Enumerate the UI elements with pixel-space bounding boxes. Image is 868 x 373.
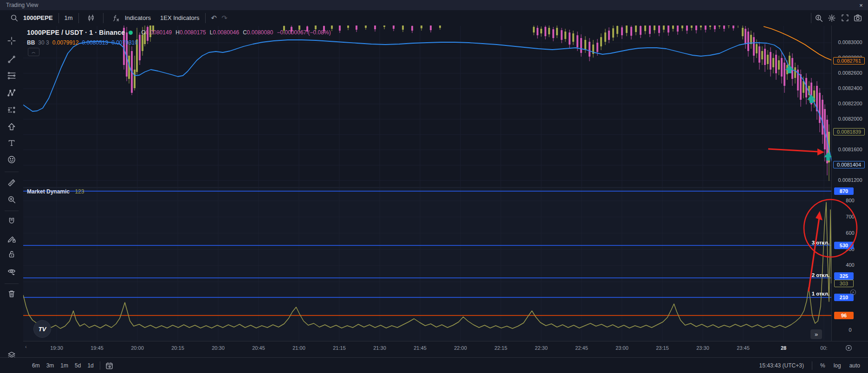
arrow-shape-icon[interactable]: [4, 120, 19, 134]
time-axis[interactable]: ‹ 19:3019:4520:0020:1520:3020:4521:0021:…: [23, 341, 868, 358]
time-axis-tick: 20:30: [212, 345, 225, 351]
settings-gear-icon[interactable]: [825, 12, 838, 24]
collapse-toolbar-icon[interactable]: ‹: [25, 344, 27, 349]
title-bar: Trading View ×: [0, 0, 868, 10]
zoom-in-icon[interactable]: [4, 193, 19, 206]
price-axis-label-chip: 96: [834, 312, 854, 319]
trash-icon[interactable]: [4, 287, 19, 301]
chart-plot-area[interactable]: [23, 26, 831, 341]
toolbar-group-divider: [5, 172, 19, 172]
tradingview-logo[interactable]: TV: [33, 320, 51, 338]
high-value: 0.0080175: [180, 29, 206, 36]
ex-indicators-label: 1EX Indicators: [160, 14, 200, 21]
range-button-5d[interactable]: 5d: [71, 361, 84, 370]
session-clock-icon[interactable]: [845, 345, 852, 352]
candlestick-style-icon: [84, 12, 97, 24]
clock-label[interactable]: 15:43:43 (UTC+3): [756, 361, 807, 370]
quick-search-icon[interactable]: [812, 12, 825, 24]
time-axis-tick: 23:00: [615, 345, 628, 351]
price-axis-tick: 0.0082400: [832, 85, 868, 91]
toolbar-group-divider: [5, 283, 19, 284]
bottom-bar: 6m3m1m5d1d 15:43:43 (UTC+3) % log auto: [0, 357, 868, 373]
close-value: 0.0080080: [247, 29, 273, 36]
draw-lock-icon[interactable]: [4, 232, 19, 246]
text-tool-icon[interactable]: [4, 136, 19, 150]
hide-eye-icon[interactable]: [4, 264, 19, 278]
time-axis-tick: 23:15: [656, 345, 669, 351]
time-axis-tick: 21:00: [292, 345, 305, 351]
indicators-button[interactable]: Indicators: [104, 12, 155, 24]
lower-pane-legend[interactable]: Market Dynamic 123: [27, 188, 84, 195]
price-axis-tick: 700: [832, 214, 868, 219]
toolbar-divider: [103, 13, 104, 23]
time-axis-tick: 19:30: [50, 345, 63, 351]
price-axis-label-chip: 870: [834, 187, 854, 195]
bottombar-right-group: 15:43:43 (UTC+3) % log auto: [756, 361, 863, 370]
fib-lines-icon[interactable]: [4, 69, 19, 83]
lock-icon[interactable]: [4, 247, 19, 261]
pattern-xabcd-icon[interactable]: [4, 86, 19, 100]
target-icon[interactable]: [849, 289, 857, 296]
main-toolbar: 1000PEPE 1m Indicators 1EX Indicators ↶ …: [0, 10, 868, 26]
time-axis-tick: 22:00: [454, 345, 467, 351]
close-icon[interactable]: ×: [857, 0, 865, 10]
indicators-label: Indicators: [125, 14, 151, 21]
legend-symbol[interactable]: 1000PEPE / USDT · 1 · Binance: [27, 29, 125, 36]
toolbar-divider: [78, 13, 79, 23]
forecast-icon[interactable]: [4, 103, 19, 117]
undo-icon: ↶: [211, 14, 217, 22]
time-axis-tick: 19:45: [91, 345, 104, 351]
bb-basis-value: 0.0079912: [52, 39, 79, 46]
price-axis-tick: 800: [832, 198, 868, 203]
price-axis-tick: 0.0082200: [832, 101, 868, 106]
time-axis-tick: 21:30: [373, 345, 386, 351]
redo-button[interactable]: ↷: [221, 12, 232, 24]
time-axis-tick: 23:45: [737, 345, 750, 351]
range-button-6m[interactable]: 6m: [29, 361, 43, 370]
open-value: 0.0080149: [146, 29, 172, 36]
change-value: −0.0000067 (−0.08%): [277, 29, 331, 36]
price-axis-label-chip: 530: [834, 242, 854, 249]
fullscreen-icon[interactable]: [838, 12, 851, 24]
search-icon: [7, 12, 20, 24]
emoji-icon[interactable]: [4, 153, 19, 167]
chart-legend: 1000PEPE / USDT · 1 · Binance O0.0080149…: [27, 29, 331, 46]
go-to-recent-bar-button[interactable]: »: [810, 329, 822, 339]
percent-scale-button[interactable]: %: [817, 361, 829, 370]
range-button-1d[interactable]: 1d: [84, 361, 97, 370]
chart-style-button[interactable]: [80, 12, 102, 24]
bb-params: 30 3: [38, 39, 49, 46]
interval-button[interactable]: 1m: [60, 12, 78, 24]
open-label: O: [141, 29, 145, 36]
price-axis-label-chip: 0.0082761: [833, 57, 865, 64]
undo-button[interactable]: ↶: [207, 12, 222, 24]
bb-indicator-row[interactable]: BB 30 3 0.0079912 0.0080513 0.0079310: [27, 39, 331, 46]
ruler-icon[interactable]: [4, 176, 19, 190]
price-axis-tick: 0.0082600: [832, 70, 868, 76]
magnet-icon[interactable]: [4, 214, 19, 228]
auto-scale-button[interactable]: auto: [846, 361, 863, 370]
toolbar-group-divider: [5, 211, 19, 211]
range-button-1m[interactable]: 1m: [57, 361, 71, 370]
toolbar-divider: [58, 13, 59, 23]
collapse-indicator-caret[interactable]: ︿: [28, 48, 39, 56]
lower-pane-value: 123: [75, 188, 84, 195]
log-scale-button[interactable]: log: [830, 361, 844, 370]
ex-indicators-button[interactable]: 1EX Indicators: [155, 12, 204, 24]
go-to-date-icon[interactable]: [103, 360, 116, 372]
close-label: C: [243, 29, 247, 36]
bb-label: BB: [27, 39, 35, 46]
interval-label: 1m: [65, 14, 73, 21]
time-axis-tick: 22:45: [575, 345, 588, 351]
connection-status-icon: [129, 31, 133, 35]
time-axis-tick: 21:45: [414, 345, 427, 351]
trendline-icon[interactable]: [4, 52, 19, 66]
camera-icon[interactable]: [851, 12, 864, 24]
symbol-label: 1000PEPE: [23, 14, 53, 21]
range-button-3m[interactable]: 3m: [43, 361, 58, 370]
price-axis-tick: 600: [832, 230, 868, 236]
bottombar-divider: [100, 361, 100, 370]
crosshair-icon[interactable]: [4, 34, 19, 48]
symbol-search-button[interactable]: 1000PEPE: [3, 12, 58, 24]
redo-icon: ↷: [221, 14, 227, 22]
